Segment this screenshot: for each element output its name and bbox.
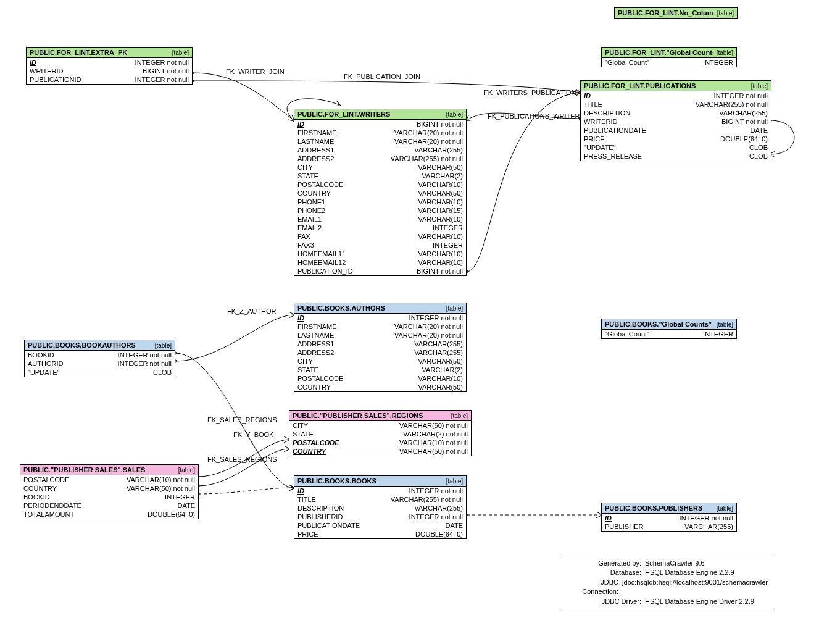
column-name: TITLE <box>297 496 385 503</box>
entity-type: [table] <box>155 342 172 349</box>
column-type: VARCHAR(255) <box>684 523 733 530</box>
column-row: PHONE1VARCHAR(10) <box>294 198 466 206</box>
column-type: VARCHAR(255) <box>414 504 463 512</box>
footer-label: JDBC Driver: <box>567 597 645 606</box>
column-name: FAX <box>297 233 412 240</box>
entity-name: PUBLIC.FOR_LINT.EXTRA_PK <box>30 49 127 56</box>
column-type: CLOB <box>749 152 768 160</box>
footer-row: Generated by:SchemaCrawler 9.6 <box>567 559 768 568</box>
column-type: VARCHAR(20) not null <box>394 138 463 145</box>
column-row: HOMEEMAIL11VARCHAR(10) <box>294 249 466 258</box>
column-type: VARCHAR(10) <box>418 181 463 188</box>
column-name: FAX3 <box>297 241 426 249</box>
column-name: DESCRIPTION <box>297 504 408 512</box>
column-type: VARCHAR(10) <box>418 259 463 266</box>
column-row: CITYVARCHAR(50) <box>294 163 466 172</box>
entity-name: PUBLIC.BOOKS.PUBLISHERS <box>605 504 702 512</box>
column-row: TITLEVARCHAR(255) not null <box>294 495 466 504</box>
entity-type: [table] <box>717 505 733 512</box>
column-type: VARCHAR(2) <box>422 172 463 180</box>
column-row: BOOKIDINTEGER <box>20 493 198 501</box>
column-type: CLOB <box>749 144 768 151</box>
column-row: EMAIL2INTEGER <box>294 223 466 232</box>
entity-type: [table] <box>717 321 733 328</box>
column-row: STATEVARCHAR(2) not null <box>289 430 471 438</box>
column-row: AUTHORIDINTEGER not null <box>25 359 175 368</box>
column-row: TITLEVARCHAR(255) not null <box>581 100 771 109</box>
entity-header: PUBLIC.BOOKS.PUBLISHERS[table] <box>602 503 736 514</box>
column-type: VARCHAR(255) not null <box>696 101 768 108</box>
footer-row: JDBC Driver:HSQL Database Engine Driver … <box>567 597 768 606</box>
column-type: INTEGER not null <box>135 76 189 83</box>
entity-name: PUBLIC.BOOKS.BOOKAUTHORS <box>28 341 136 349</box>
footer-value: HSQL Database Engine 2.2.9 <box>645 568 734 577</box>
entity-books: PUBLIC.BOOKS.BOOKS[table]IDINTEGER not n… <box>294 475 467 539</box>
column-type: VARCHAR(50) not null <box>399 422 468 429</box>
column-name: PHONE2 <box>297 207 412 214</box>
column-type: VARCHAR(20) not null <box>394 323 463 330</box>
column-name: EMAIL1 <box>297 215 412 223</box>
column-type: DOUBLE(64, 0) <box>148 511 195 518</box>
column-type: BIGINT not null <box>143 67 189 75</box>
column-row: PERIODENDDATEDATE <box>20 501 198 510</box>
column-row: IDBIGINT not null <box>294 120 466 128</box>
entity-no_columns: PUBLIC.FOR_LINT.No_Columns[table] <box>614 7 738 19</box>
footer-value: HSQL Database Engine Driver 2.2.9 <box>645 597 754 606</box>
column-row: COUNTRYVARCHAR(50) not null <box>289 447 471 456</box>
column-row: POSTALCODEVARCHAR(10) <box>294 180 466 189</box>
entity-authors: PUBLIC.BOOKS.AUTHORS[table]IDINTEGER not… <box>294 303 467 392</box>
footer-row: Database:HSQL Database Engine 2.2.9 <box>567 568 768 577</box>
entity-bookauthors: PUBLIC.BOOKS.BOOKAUTHORS[table]BOOKIDINT… <box>24 340 175 377</box>
entity-name: PUBLIC.BOOKS.AUTHORS <box>297 304 385 312</box>
column-row: WRITERIDBIGINT not null <box>27 67 192 75</box>
column-row: POSTALCODEVARCHAR(10) not null <box>20 475 198 484</box>
column-name: CITY <box>293 422 393 429</box>
column-type: BIGINT not null <box>417 120 463 128</box>
column-row: STATEVARCHAR(2) <box>294 365 466 374</box>
column-name: DESCRIPTION <box>584 109 713 117</box>
entity-name: PUBLIC.FOR_LINT.PUBLICATIONS <box>584 82 696 90</box>
column-type: BIGINT not null <box>417 267 463 275</box>
column-row: CITYVARCHAR(50) not null <box>289 421 471 430</box>
column-type: VARCHAR(20) not null <box>394 129 463 136</box>
entity-sales: PUBLIC."PUBLISHER SALES".SALES[table]POS… <box>20 464 199 519</box>
column-type: VARCHAR(50) <box>418 190 463 197</box>
column-name: ID <box>297 314 403 322</box>
entity-type: [table] <box>451 412 468 419</box>
column-name: "Global Count" <box>605 330 697 338</box>
entity-name: PUBLIC."PUBLISHER SALES".SALES <box>23 466 145 474</box>
column-type: VARCHAR(15) <box>418 207 463 214</box>
column-type: VARCHAR(255) <box>719 109 768 117</box>
entity-name: PUBLIC.FOR_LINT."Global Counts" <box>605 49 713 56</box>
entity-type: [table] <box>172 49 189 56</box>
entity-header: PUBLIC."PUBLISHER SALES".REGIONS[table] <box>289 411 471 421</box>
column-name: FIRSTNAME <box>297 323 388 330</box>
column-row: TOTALAMOUNTDOUBLE(64, 0) <box>20 510 198 519</box>
column-name: CITY <box>297 357 412 365</box>
entity-type: [table] <box>751 83 768 90</box>
entity-type: [table] <box>178 467 195 474</box>
entity-regions: PUBLIC."PUBLISHER SALES".REGIONS[table]C… <box>289 410 472 456</box>
column-type: VARCHAR(10) <box>418 375 463 382</box>
column-row: PRICEDOUBLE(64, 0) <box>581 135 771 143</box>
column-row: FIRSTNAMEVARCHAR(20) not null <box>294 322 466 331</box>
entity-header: PUBLIC.FOR_LINT.PUBLICATIONS[table] <box>581 81 771 91</box>
entity-name: PUBLIC.BOOKS."Global Counts" <box>605 320 712 328</box>
column-row: PUBLICATIONDATEDATE <box>294 521 466 530</box>
column-name: LASTNAME <box>297 332 388 339</box>
column-type: VARCHAR(50) <box>418 164 463 171</box>
column-type: VARCHAR(50) <box>418 383 463 391</box>
column-name: CITY <box>297 164 412 171</box>
column-type: INTEGER not null <box>118 351 172 359</box>
column-type: VARCHAR(10) <box>418 198 463 206</box>
entity-name: PUBLIC."PUBLISHER SALES".REGIONS <box>293 412 423 419</box>
column-name: HOMEEMAIL11 <box>297 250 412 257</box>
entity-type: [table] <box>717 49 733 56</box>
column-row: HOMEEMAIL12VARCHAR(10) <box>294 258 466 267</box>
column-type: INTEGER <box>433 224 463 232</box>
entity-header: PUBLIC.BOOKS.BOOKS[table] <box>294 476 466 487</box>
column-row: "Global Count"INTEGER <box>602 58 736 67</box>
footer-info-box: Generated by:SchemaCrawler 9.6Database:H… <box>562 556 773 609</box>
column-row: IDINTEGER not null <box>27 58 192 67</box>
column-name: PUBLICATIONID <box>30 76 129 83</box>
